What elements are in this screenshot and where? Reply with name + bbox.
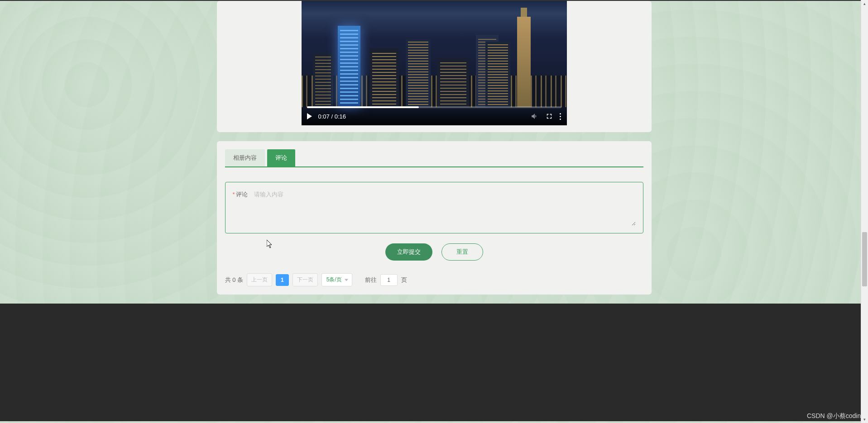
tab-album[interactable]: 相册内容 (225, 149, 265, 166)
comment-textarea[interactable] (254, 190, 636, 226)
comment-form: *评论 (225, 182, 643, 233)
scroll-down-icon[interactable]: ▾ (861, 416, 868, 423)
menu-icon[interactable] (560, 113, 561, 120)
scrollbar-thumb[interactable] (862, 232, 867, 286)
play-icon[interactable] (307, 113, 312, 119)
jump-label: 前往 (365, 276, 377, 284)
pagination-total: 共 0 条 (225, 276, 243, 284)
video-player[interactable]: 0:07 / 0:16 (302, 1, 567, 125)
video-time: 0:07 / 0:16 (318, 113, 346, 120)
video-controls: 0:07 / 0:16 (302, 107, 567, 125)
comment-label: *评论 (233, 190, 248, 199)
fullscreen-icon[interactable] (545, 112, 553, 120)
jump-suffix: 页 (401, 276, 407, 284)
jump-page-input[interactable] (380, 274, 398, 286)
prev-page-button[interactable]: 上一页 (247, 273, 272, 286)
button-row: 立即提交 重置 (225, 243, 643, 261)
page-number-button[interactable]: 1 (276, 274, 289, 286)
comments-card: 相册内容 评论 *评论 立即提交 重置 共 0 条 上一页 1 下一页 5条/页… (217, 141, 652, 295)
pagination: 共 0 条 上一页 1 下一页 5条/页 前往 页 (225, 273, 643, 286)
volume-icon[interactable] (531, 112, 539, 120)
footer (0, 304, 868, 421)
main-container: 0:07 / 0:16 相册内容 评论 *评论 立即提交 重置 (212, 1, 656, 295)
page-size-select[interactable]: 5条/页 (321, 273, 352, 286)
submit-button[interactable]: 立即提交 (385, 243, 432, 261)
scroll-up-icon[interactable]: ▴ (861, 0, 868, 7)
video-card: 0:07 / 0:16 (217, 1, 652, 132)
next-page-button[interactable]: 下一页 (293, 273, 318, 286)
scrollbar[interactable]: ▴ ▾ (861, 0, 868, 423)
tab-comment[interactable]: 评论 (267, 149, 295, 166)
tabs: 相册内容 评论 (225, 149, 643, 167)
reset-button[interactable]: 重置 (441, 243, 483, 261)
